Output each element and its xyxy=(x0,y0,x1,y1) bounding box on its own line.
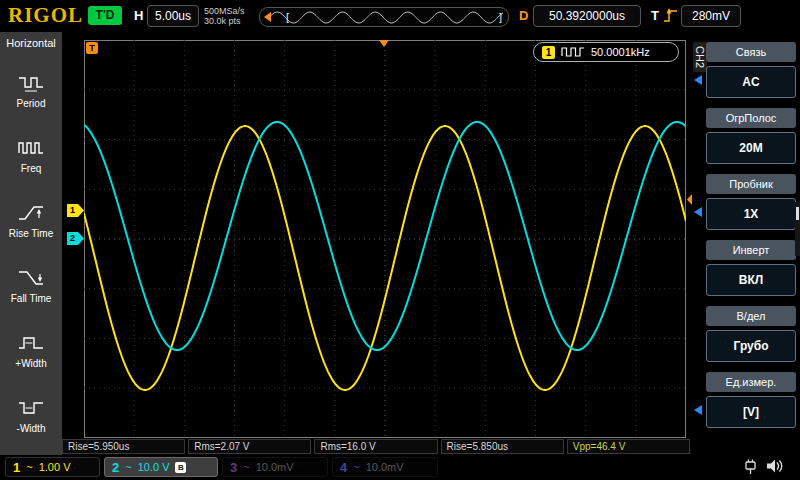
menu-item-units[interactable]: Ед.измер. [V] xyxy=(706,372,796,428)
window-bracket-right: ] xyxy=(499,9,502,25)
channel-scale: 10.0 V xyxy=(138,461,170,473)
left-menu-item-rise-time[interactable]: Rise Time xyxy=(0,190,62,252)
menu-item-invert[interactable]: Инверт ВКЛ xyxy=(706,240,796,296)
memory-depth: 30.0k pts xyxy=(204,16,245,26)
left-menu-item-label: Freq xyxy=(21,163,42,174)
horizontal-label: H xyxy=(134,8,143,23)
freq-counter-channel-badge: 1 xyxy=(542,46,555,59)
waveform-plot xyxy=(84,40,686,438)
menu-item-value[interactable]: 1X xyxy=(706,198,796,230)
channel-4-status[interactable]: 4 ~ 10.0mV xyxy=(332,457,438,477)
menu-item-header: Пробник xyxy=(706,174,796,194)
channel-number: 3 xyxy=(230,460,237,475)
window-bracket-left: [ xyxy=(286,9,289,25)
left-menu-item-pwidth[interactable]: +Width xyxy=(0,320,62,382)
trigger-status-badge: T'D xyxy=(88,6,122,25)
left-menu-item-nwidth[interactable]: -Width xyxy=(0,385,62,447)
bandwidth-limit-icon: B xyxy=(175,462,186,473)
menu-item-header: Ед.измер. xyxy=(706,372,796,392)
menu-item-value[interactable]: AC xyxy=(706,66,796,98)
left-menu: Horizontal Period Freq Rise Time Fall Ti… xyxy=(0,32,62,455)
measurement-item[interactable]: Rise=5.950us xyxy=(62,439,185,454)
memory-waveform-icon xyxy=(269,8,505,26)
left-menu-item-label: +Width xyxy=(15,358,46,369)
menu-item-value[interactable]: ВКЛ xyxy=(706,264,796,296)
trigger-label: T xyxy=(651,8,659,23)
left-menu-title: Horizontal xyxy=(0,32,62,49)
channel-scale: 1.00 V xyxy=(39,461,71,473)
period-icon xyxy=(18,73,44,93)
channel-number: 2 xyxy=(112,460,119,475)
channel-3-status[interactable]: 3 ~ 10.0mV xyxy=(222,457,328,477)
sample-rate: 500MSa/s xyxy=(204,6,245,16)
menu-item-value[interactable]: [V] xyxy=(706,396,796,428)
trigger-position-marker[interactable] xyxy=(379,40,389,47)
coupling-icon: ~ xyxy=(353,461,359,473)
menu-item-coupling[interactable]: Связь AC xyxy=(706,42,796,98)
channel-1-status[interactable]: 1 ~ 1.00 V xyxy=(5,457,100,477)
trigger-position-corner-marker: T xyxy=(86,42,98,54)
left-menu-item-label: Fall Time xyxy=(11,293,52,304)
left-menu-item-freq[interactable]: Freq xyxy=(0,125,62,187)
coupling-icon: ~ xyxy=(26,461,32,473)
rigol-logo: RIGOL xyxy=(8,3,83,28)
menu-item-header: ОгрПолос xyxy=(706,108,796,128)
menu-scrollbar[interactable] xyxy=(795,202,800,256)
usb-icon xyxy=(742,459,759,475)
menu-item-value[interactable]: Грубо xyxy=(706,330,796,362)
measurement-item[interactable]: Rise=5.850us xyxy=(441,439,564,454)
waveform-position-bar[interactable]: [ ] xyxy=(259,7,509,27)
left-arrow-icon xyxy=(694,75,702,85)
delay-label: D xyxy=(519,8,528,23)
top-bar: RIGOL T'D H 5.00us 500MSa/s 30.0k pts [ … xyxy=(0,0,800,32)
menu-item-header: Связь xyxy=(706,42,796,62)
left-menu-item-label: -Width xyxy=(17,423,46,434)
display-area: T 1 50.0001kHz 1 2 T xyxy=(62,32,692,455)
menu-item-header: В/дел xyxy=(706,306,796,326)
minus-width-icon xyxy=(18,398,44,418)
menu-item-value[interactable]: 20M xyxy=(706,132,796,164)
square-wave-icon xyxy=(561,46,585,58)
measurement-item[interactable]: Rms=16.0 V xyxy=(314,439,437,454)
coupling-icon: ~ xyxy=(243,461,249,473)
left-menu-item-label: Rise Time xyxy=(9,228,53,239)
ch2-ground-marker[interactable]: 2 xyxy=(67,232,84,245)
delay-value[interactable]: 50.3920000us xyxy=(533,5,641,27)
channel-number: 4 xyxy=(340,460,347,475)
speaker-icon xyxy=(766,458,784,474)
left-menu-item-period[interactable]: Period xyxy=(0,60,62,122)
menu-channel-tab: CH2 xyxy=(693,42,707,72)
coupling-icon: ~ xyxy=(125,461,131,473)
frequency-counter: 1 50.0001kHz xyxy=(533,42,679,62)
menu-item-header: Инверт xyxy=(706,240,796,260)
measurement-item[interactable]: Rms=2.07 V xyxy=(188,439,311,454)
channel-scale: 10.0mV xyxy=(256,461,294,473)
trigger-level-value[interactable]: 280mV xyxy=(681,5,741,27)
trigger-slope-icon xyxy=(663,7,678,24)
freq-icon xyxy=(18,138,44,158)
ch1-ground-marker[interactable]: 1 xyxy=(67,204,84,217)
channel-2-status[interactable]: 2 ~ 10.0 V B xyxy=(104,457,218,477)
plus-width-icon xyxy=(18,333,44,353)
timebase-value[interactable]: 5.00us xyxy=(147,5,199,27)
menu-item-probe[interactable]: Пробник 1X xyxy=(706,174,796,230)
left-menu-item-label: Period xyxy=(17,98,46,109)
menu-item-bandwidth[interactable]: ОгрПолос 20M xyxy=(706,108,796,164)
channel-status-bar: 1 ~ 1.00 V 2 ~ 10.0 V B 3 ~ 10.0mV 4 ~ 1… xyxy=(0,455,800,480)
measurement-bar: Rise=5.950us Rms=2.07 V Rms=16.0 V Rise=… xyxy=(62,439,690,454)
measurement-item[interactable]: Vpp=46.4 V xyxy=(567,439,690,454)
acquisition-info: 500MSa/s 30.0k pts xyxy=(204,6,245,26)
channel-scale: 10.0mV xyxy=(366,461,404,473)
channel-menu: CH2 Связь AC ОгрПолос 20M Пробник 1X Инв… xyxy=(692,32,800,455)
rise-time-icon xyxy=(18,203,44,223)
left-arrow-icon xyxy=(694,405,702,415)
fall-time-icon xyxy=(18,268,44,288)
left-menu-item-fall-time[interactable]: Fall Time xyxy=(0,255,62,317)
left-arrow-icon xyxy=(694,207,702,217)
channel-number: 1 xyxy=(13,460,20,475)
freq-counter-value: 50.0001kHz xyxy=(591,46,650,58)
menu-item-volts-div[interactable]: В/дел Грубо xyxy=(706,306,796,362)
